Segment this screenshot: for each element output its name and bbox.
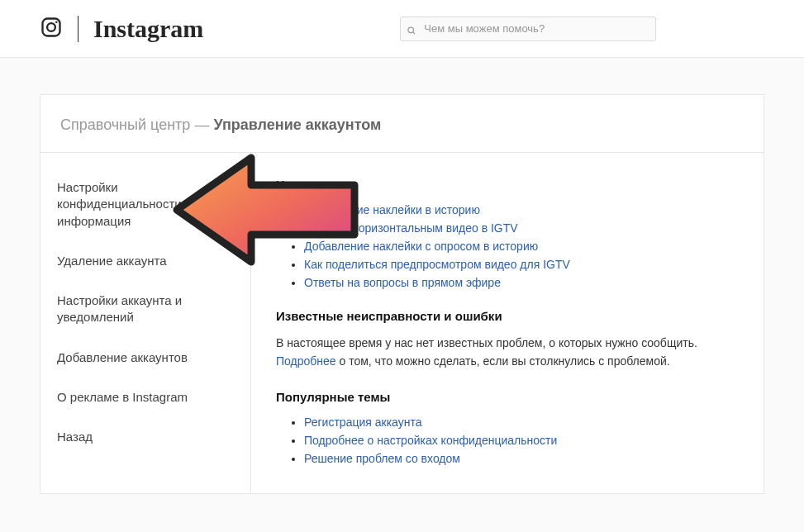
help-link[interactable]: Регистрация аккаунта (304, 416, 421, 429)
logo-divider (78, 16, 78, 42)
logo-block[interactable]: Instagram (40, 15, 203, 43)
section-title: Популярные темы (276, 390, 739, 404)
section-title: Известные неисправности и ошибки (276, 309, 739, 323)
sidebar-item-account-notifications[interactable]: Настройки аккаунта и уведомлений (40, 281, 250, 338)
sidebar-item-label: Удаление аккаунта (57, 254, 167, 268)
breadcrumb-root[interactable]: Справочный центр (60, 116, 190, 133)
help-link[interactable]: Ответы на вопросы в прямом эфире (304, 276, 501, 289)
instagram-glyph-icon (40, 16, 63, 42)
help-link[interactable]: Добавление наклейки с опросом в историю (304, 240, 538, 253)
list-item: Регистрация аккаунта (304, 416, 739, 429)
search-icon (407, 24, 416, 34)
sidebar-item-privacy[interactable]: Настройки конфиденциальности и информаци… (40, 168, 250, 241)
help-link[interactable]: Подробнее о настройках конфиденциальност… (304, 434, 557, 447)
list-item: Решение проблем со входом (304, 452, 739, 465)
issues-more-link[interactable]: Подробнее (276, 354, 336, 368)
sidebar-item-back[interactable]: Назад (40, 417, 250, 457)
sidebar-item-delete-account[interactable]: Удаление аккаунта (40, 241, 250, 281)
svg-line-4 (413, 31, 415, 33)
section-whats-new: Что нового Добавление наклейки в историю… (276, 178, 739, 289)
content-area: Что нового Добавление наклейки в историю… (251, 153, 764, 493)
popular-list: Регистрация аккаунта Подробнее о настрой… (276, 416, 739, 465)
breadcrumb: Справочный центр — Управление аккаунтом (40, 95, 764, 153)
sidebar-item-label: Настройки конфиденциальности и информаци… (57, 180, 192, 228)
svg-point-2 (55, 21, 58, 23)
section-popular-topics: Популярные темы Регистрация аккаунта Под… (276, 390, 739, 465)
sidebar-item-label: Настройки аккаунта и уведомлений (57, 293, 182, 324)
whats-new-list: Добавление наклейки в историю Работа с г… (276, 203, 739, 289)
top-bar: Instagram (0, 0, 804, 58)
sidebar-item-add-accounts[interactable]: Добавление аккаунтов (40, 338, 250, 378)
list-item: Подробнее о настройках конфиденциальност… (304, 434, 739, 447)
breadcrumb-sep: — (190, 116, 213, 133)
issues-text-post: о том, что можно сделать, если вы столкн… (336, 354, 670, 368)
issues-paragraph: В настоящее время у нас нет известных пр… (276, 335, 739, 370)
list-item: Работа с горизонтальным видео в IGTV (304, 221, 739, 235)
help-card: Справочный центр — Управление аккаунтом … (40, 94, 764, 494)
sidebar-item-label: О рекламе в Instagram (57, 390, 188, 404)
sidebar-item-label: Добавление аккаунтов (57, 350, 188, 364)
help-link[interactable]: Работа с горизонтальным видео в IGTV (304, 221, 518, 235)
sidebar-item-label: Назад (57, 430, 93, 444)
instagram-wordmark: Instagram (93, 15, 203, 43)
section-known-issues: Известные неисправности и ошибки В насто… (276, 309, 739, 370)
svg-rect-0 (43, 18, 60, 36)
sidebar-item-ads[interactable]: О рекламе в Instagram (40, 378, 250, 417)
help-link[interactable]: Как поделиться предпросмотром видео для … (304, 258, 570, 271)
search-input[interactable] (400, 17, 656, 41)
section-title: Что нового (276, 178, 739, 192)
search-wrap (400, 17, 656, 41)
svg-point-3 (408, 27, 414, 33)
list-item: Добавление наклейки с опросом в историю (304, 240, 739, 253)
help-link[interactable]: Решение проблем со входом (304, 452, 460, 465)
list-item: Как поделиться предпросмотром видео для … (304, 258, 739, 271)
issues-text-pre: В настоящее время у нас нет известных пр… (276, 336, 697, 349)
svg-point-1 (47, 23, 55, 31)
list-item: Добавление наклейки в историю (304, 203, 739, 216)
list-item: Ответы на вопросы в прямом эфире (304, 276, 739, 289)
help-link[interactable]: Добавление наклейки в историю (304, 203, 480, 216)
sidebar: Настройки конфиденциальности и информаци… (40, 153, 251, 493)
breadcrumb-current: Управление аккаунтом (213, 116, 381, 133)
